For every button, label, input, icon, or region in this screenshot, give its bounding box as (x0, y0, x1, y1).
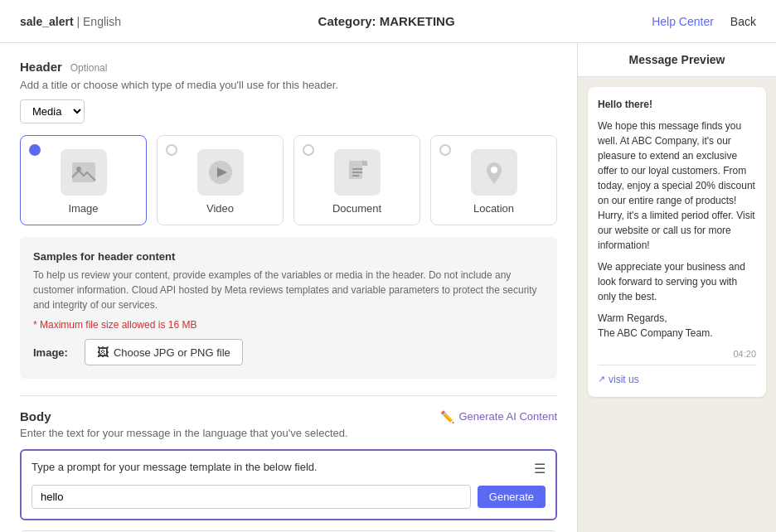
external-link-icon: ↗ (598, 372, 605, 386)
choose-file-label: Choose JPG or PNG file (114, 346, 230, 359)
preview-title: Message Preview (629, 53, 725, 66)
body-description: Enter the text for your message in the l… (20, 427, 557, 439)
media-cards-container: Image Video (20, 135, 557, 225)
body-section-header: Body ✏️ Generate AI Content (20, 409, 557, 423)
radio-location (439, 144, 451, 156)
document-card-label: Document (332, 202, 381, 215)
svg-rect-5 (362, 161, 367, 166)
preview-header: Message Preview (578, 43, 776, 77)
image-card-label: Image (68, 202, 98, 215)
body-title: Body (20, 409, 51, 423)
media-card-document[interactable]: Document (293, 135, 420, 225)
help-center-link[interactable]: Help Center (652, 15, 714, 28)
category-value: MARKETING (380, 14, 455, 28)
main-layout: Header Optional Add a title or choose wh… (0, 43, 776, 532)
back-button[interactable]: Back (730, 15, 756, 28)
message-bubble: Hello there! We hope this message finds … (588, 87, 766, 397)
hamburger-icon: ☰ (534, 461, 546, 476)
body-section: Body ✏️ Generate AI Content Enter the te… (20, 409, 557, 532)
video-card-label: Video (206, 202, 234, 215)
preview-line-2: We hope this message finds you well. At … (598, 118, 756, 253)
preview-body: Hello there! We hope this message finds … (578, 77, 776, 407)
right-panel: Message Preview Hello there! We hope thi… (577, 43, 776, 532)
radio-document (303, 144, 314, 156)
preview-timestamp: 04:20 (598, 347, 756, 361)
header-title: Header (20, 60, 62, 74)
svg-rect-0 (72, 162, 95, 182)
video-icon-area (197, 149, 244, 196)
top-nav: sale_alert | English Category: MARKETING… (0, 0, 776, 43)
media-card-image[interactable]: Image (20, 135, 147, 225)
image-label: Image: (33, 346, 68, 359)
samples-title: Samples for header content (33, 250, 544, 263)
samples-box: Samples for header content To help us re… (20, 237, 557, 379)
image-row: Image: 🖼 Choose JPG or PNG file (33, 339, 544, 365)
generate-ai-button[interactable]: ✏️ Generate AI Content (440, 410, 557, 423)
ai-icon: ✏️ (440, 410, 454, 423)
location-card-label: Location (473, 202, 514, 215)
ai-prompt-label: Type a prompt for your message template … (32, 461, 318, 473)
nav-right: Help Center Back (652, 15, 756, 28)
preview-line-4: Warm Regards,The ABC Company Team. (598, 311, 756, 341)
ai-prompt-header: Type a prompt for your message template … (32, 461, 546, 476)
preview-line-1: Hello there! (598, 97, 756, 112)
generate-ai-label: Generate AI Content (458, 410, 557, 423)
media-card-video[interactable]: Video (157, 135, 284, 225)
preview-line-3: We appreciate your business and look for… (598, 259, 756, 304)
file-icon: 🖼 (97, 346, 109, 359)
ai-input-row: Generate (32, 485, 546, 509)
media-type-select[interactable]: Media Text None (20, 99, 85, 123)
max-file-notice: * Maximum file size allowed is 16 MB (33, 319, 544, 331)
header-section: Header Optional Add a title or choose wh… (20, 60, 557, 225)
visit-link[interactable]: ↗ visit us (598, 365, 756, 387)
nav-category: Category: MARKETING (318, 14, 455, 28)
location-icon-area (471, 149, 517, 196)
choose-file-button[interactable]: 🖼 Choose JPG or PNG file (85, 339, 243, 365)
image-icon-area (61, 149, 107, 196)
svg-point-9 (491, 167, 497, 173)
document-icon-area (334, 149, 381, 196)
section-divider (20, 395, 557, 396)
left-panel: Header Optional Add a title or choose wh… (0, 43, 577, 532)
radio-video (166, 144, 177, 156)
category-label: Category: (318, 14, 376, 28)
radio-image (29, 144, 41, 156)
nav-language: English (83, 15, 121, 28)
nav-brand: sale_alert | English (20, 15, 121, 28)
brand-name: sale_alert (20, 15, 74, 28)
ai-prompt-box: Type a prompt for your message template … (20, 449, 557, 520)
visit-link-label: visit us (609, 372, 639, 387)
samples-description: To help us review your content, provide … (33, 268, 544, 312)
nav-separator: | (77, 15, 80, 28)
ai-prompt-input[interactable] (32, 485, 471, 509)
header-badge: Optional (70, 62, 108, 74)
ai-generate-button[interactable]: Generate (478, 486, 546, 508)
media-card-location[interactable]: Location (430, 135, 557, 225)
header-description: Add a title or choose which type of medi… (20, 79, 557, 91)
